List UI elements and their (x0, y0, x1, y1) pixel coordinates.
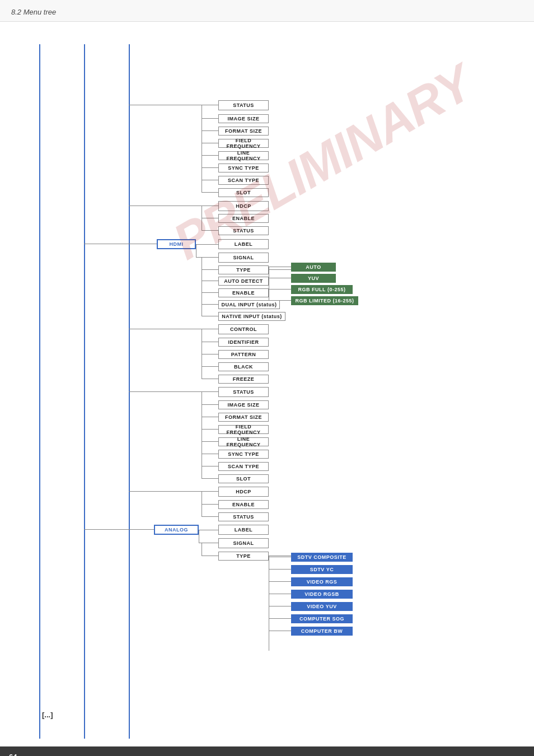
c (269, 581, 291, 582)
c (269, 618, 291, 619)
c (202, 454, 218, 454)
c (202, 155, 218, 156)
c (269, 581, 269, 594)
c (129, 329, 218, 329)
c (202, 304, 218, 305)
rgb-limited-option: RGB LIMITED (16-255) (291, 296, 358, 305)
page: 8.2 Menu tree PRELIMINARY STATUS IMAGE S… (0, 0, 534, 756)
page-number: 64 (9, 753, 17, 757)
enable-mid: ENABLE (218, 500, 269, 509)
pattern-node: PATTERN (218, 350, 269, 359)
format-size-mid: FORMAT SIZE (218, 413, 269, 422)
label-analog: LABEL (218, 525, 269, 535)
c (202, 105, 202, 119)
c (202, 392, 202, 405)
video-yuv: VIDEO YUV (291, 602, 353, 611)
sdtv-yc: SDTV YC (291, 565, 353, 574)
black-node: BLACK (218, 362, 269, 371)
c (269, 269, 269, 300)
image-size-top: IMAGE SIZE (218, 114, 269, 123)
auto-detect: AUTO DETECT (218, 277, 269, 286)
c (202, 429, 218, 430)
c (202, 516, 218, 517)
c (269, 618, 269, 631)
identifier-node: IDENTIFIER (218, 338, 269, 347)
format-size-top: FORMAT SIZE (218, 127, 269, 136)
c (202, 281, 218, 281)
c (202, 269, 202, 281)
enable-top: ENABLE (218, 214, 269, 223)
analog-node: ANALOG (154, 525, 199, 535)
field-freq-top: FIELD FREQUENCY (218, 139, 269, 148)
sync-type-mid: SYNC TYPE (218, 450, 269, 459)
c (202, 354, 202, 367)
c (196, 244, 196, 258)
enable-hdmi: ENABLE (218, 288, 269, 297)
spine-line-1 (39, 44, 40, 739)
c (202, 281, 202, 293)
c (202, 366, 218, 367)
c (269, 267, 291, 267)
c (202, 454, 202, 466)
c (269, 594, 291, 594)
c (202, 143, 218, 143)
c (269, 289, 291, 290)
c (202, 230, 218, 231)
c (202, 167, 218, 168)
connector (129, 105, 218, 105)
sdtv-composite: SDTV COMPOSITE (291, 553, 353, 562)
c (199, 530, 199, 543)
c (202, 543, 202, 556)
c (202, 366, 202, 379)
c (129, 491, 218, 492)
c (202, 155, 202, 168)
hdcp-mid: HDCP (218, 487, 269, 497)
line-freq-mid: LINE FREQUENCY (218, 437, 269, 446)
page-title: 8.2 Menu tree (11, 8, 56, 16)
ellipsis: [...] (42, 711, 53, 719)
dual-input: DUAL INPUT (status) (218, 300, 280, 309)
label-hdmi: LABEL (218, 239, 269, 249)
header: 8.2 Menu tree (0, 0, 534, 22)
slot-top: SLOT (218, 188, 269, 197)
c (196, 257, 218, 258)
c (202, 292, 218, 293)
yuv-option: YUV (291, 274, 336, 283)
c (202, 143, 202, 156)
hdmi-node: HDMI (157, 239, 196, 249)
c (202, 316, 218, 316)
c (202, 292, 202, 305)
c (202, 379, 218, 379)
c (202, 441, 218, 442)
c (196, 244, 218, 245)
computer-sog: COMPUTER SOG (291, 614, 353, 623)
c (202, 417, 202, 430)
computer-bw: COMPUTER BW (291, 627, 353, 636)
type-analog: TYPE (218, 552, 269, 561)
c (202, 504, 202, 517)
c (202, 167, 202, 180)
c (202, 466, 202, 479)
c (202, 354, 218, 354)
c (202, 441, 202, 454)
c (202, 206, 202, 218)
c (269, 594, 269, 606)
c (129, 206, 218, 206)
native-input: NATIVE INPUT (status) (218, 312, 285, 321)
c (202, 304, 202, 316)
c (202, 118, 218, 119)
scan-type-top: SCAN TYPE (218, 176, 269, 185)
signal-analog: SIGNAL (218, 538, 269, 548)
control-node: CONTROL (218, 324, 269, 334)
status-node-top: STATUS (218, 100, 269, 110)
c (199, 530, 218, 530)
c (84, 244, 157, 244)
c (202, 504, 218, 505)
hdcp-top: HDCP (218, 201, 269, 211)
c (202, 118, 202, 131)
status3-mid: STATUS (218, 512, 269, 521)
status-mid: STATUS (218, 387, 269, 397)
c (84, 529, 154, 530)
c (202, 556, 218, 556)
sync-type-top: SYNC TYPE (218, 164, 269, 172)
